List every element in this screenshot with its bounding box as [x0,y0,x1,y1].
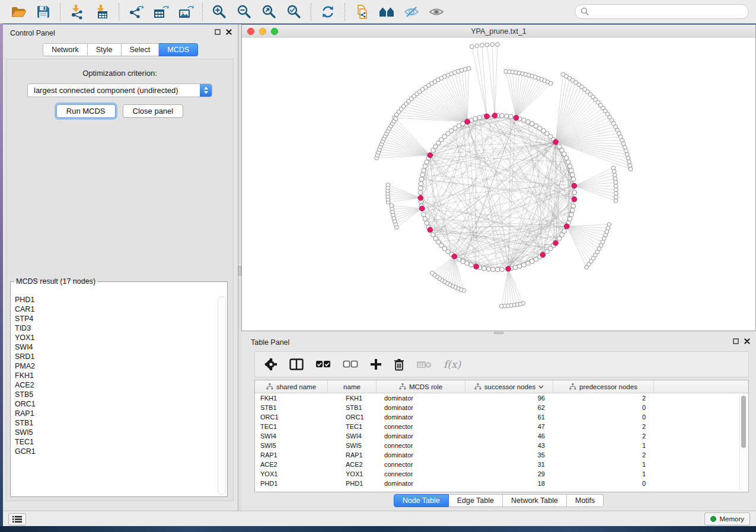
graph-node[interactable] [386,183,390,187]
graph-node[interactable] [418,186,423,191]
table-row[interactable]: STB1STB1dominator620 [255,403,748,412]
table-cell[interactable]: dominator [377,431,465,441]
table-cell[interactable]: ORC1 [255,412,328,422]
graph-dominator-node[interactable] [492,113,497,118]
graph-edge[interactable] [575,186,616,201]
graph-edge[interactable] [556,142,627,155]
table-row[interactable]: FKH1FKH1dominator962 [255,393,748,403]
table-cell[interactable]: PHD1 [255,479,328,488]
deselect-all-icon[interactable] [343,360,358,368]
graph-node[interactable] [627,160,631,164]
graph-dominator-node[interactable] [428,227,433,233]
graph-edge[interactable] [556,120,612,142]
graph-edge[interactable] [575,186,616,197]
graph-node[interactable] [614,199,618,203]
graph-node[interactable] [569,212,574,217]
close-panel-button[interactable]: Close panel [123,104,184,118]
graph-dominator-node[interactable] [540,252,546,258]
graph-node[interactable] [469,262,474,267]
column-header-name[interactable]: name [328,380,377,393]
import-network-button[interactable] [65,2,90,22]
graph-edge[interactable] [388,185,420,198]
graph-edge[interactable] [509,72,516,118]
table-cell[interactable]: 2 [553,450,654,460]
network-window-titlebar[interactable]: YPA_prune.txt_1 [242,25,755,39]
graph-node[interactable] [457,257,461,262]
scrollbar-thumb[interactable] [741,396,746,448]
graph-dominator-node[interactable] [465,119,470,124]
graph-node[interactable] [431,233,436,238]
graph-node[interactable] [423,217,428,222]
run-mcds-button[interactable]: Run MCDS [56,104,116,118]
table-row[interactable]: YOX1YOX1connector291 [255,469,748,479]
mcds-result-item[interactable]: SWI5 [11,428,218,437]
graph-node[interactable] [418,190,423,195]
table-cell[interactable]: 47 [465,422,553,431]
graph-edge[interactable] [516,78,538,118]
new-network-from-selection-button[interactable] [349,2,374,22]
mcds-result-item[interactable]: ACE2 [11,380,218,390]
graph-dominator-node[interactable] [484,114,490,119]
table-cell[interactable]: ORC1 [328,412,377,422]
graph-edge[interactable] [512,72,516,118]
zoom-out-button[interactable] [232,2,257,22]
graph-node[interactable] [470,44,474,49]
close-panel-icon[interactable] [744,338,750,344]
table-cell[interactable]: 96 [465,393,553,403]
graph-node[interactable] [526,261,531,266]
graph-node[interactable] [557,236,562,241]
graph-dominator-node[interactable] [418,196,423,201]
tab-network-table[interactable]: Network Table [503,494,567,507]
table-row[interactable]: ACE2ACE2connector311 [255,460,748,469]
graph-node[interactable] [422,168,426,173]
graph-node[interactable] [420,172,425,177]
table-scrollbar[interactable] [739,395,747,490]
table-row[interactable]: TEC1TEC1connector472 [255,422,748,431]
graph-node[interactable] [570,172,575,177]
graph-edge[interactable] [506,71,516,117]
graph-edge[interactable] [388,188,420,198]
table-row[interactable]: SWI4SWI4dominator462 [255,431,748,441]
mcds-result-item[interactable]: GCR1 [11,447,218,456]
mcds-result-item[interactable]: FKH1 [11,371,218,380]
splitter-handle[interactable] [494,332,503,334]
column-header-mcds-role[interactable]: MCDS role [377,380,465,393]
graph-node[interactable] [419,177,424,182]
graph-node[interactable] [567,164,572,169]
graph-node[interactable] [430,271,434,275]
graph-node[interactable] [504,114,509,118]
table-cell[interactable]: PHD1 [328,479,377,488]
mcds-result-item[interactable]: RAP1 [11,409,218,418]
tab-node-table[interactable]: Node Table [394,494,449,507]
graph-node[interactable] [425,221,429,226]
graph-node[interactable] [423,164,428,169]
table-cell[interactable]: TEC1 [328,422,377,431]
table-cell[interactable]: ACE2 [255,460,328,469]
mcds-result-item[interactable]: SRD1 [11,352,218,361]
apply-layout-button[interactable] [315,2,340,22]
mcds-result-item[interactable]: YOX1 [11,333,218,342]
network-canvas[interactable] [242,38,755,331]
table-cell[interactable]: 43 [465,441,553,450]
table-cell[interactable]: FKH1 [328,393,377,403]
table-cell[interactable]: dominator [377,450,465,460]
column-header-successor-nodes[interactable]: successor nodes [465,380,553,393]
graph-node[interactable] [491,267,496,272]
graph-edge[interactable] [430,230,559,239]
graph-node[interactable] [419,181,423,186]
optimization-criterion-select[interactable]: largest connected component (undirected) [27,84,212,97]
graph-dominator-node[interactable] [452,254,457,259]
network-search-box[interactable] [575,4,749,19]
search-input[interactable] [592,5,748,18]
graph-node[interactable] [500,267,505,272]
graph-edge[interactable] [463,158,567,262]
mcds-result-item[interactable]: STB5 [11,390,218,399]
table-cell[interactable]: 29 [465,469,553,479]
table-cell[interactable]: dominator [377,412,465,422]
table-cell[interactable]: connector [377,460,465,469]
graph-edge[interactable] [567,225,610,226]
table-cell[interactable]: FKH1 [255,393,328,403]
graph-dominator-node[interactable] [572,183,577,188]
table-cell[interactable]: dominator [377,403,465,412]
add-column-icon[interactable] [370,358,382,370]
